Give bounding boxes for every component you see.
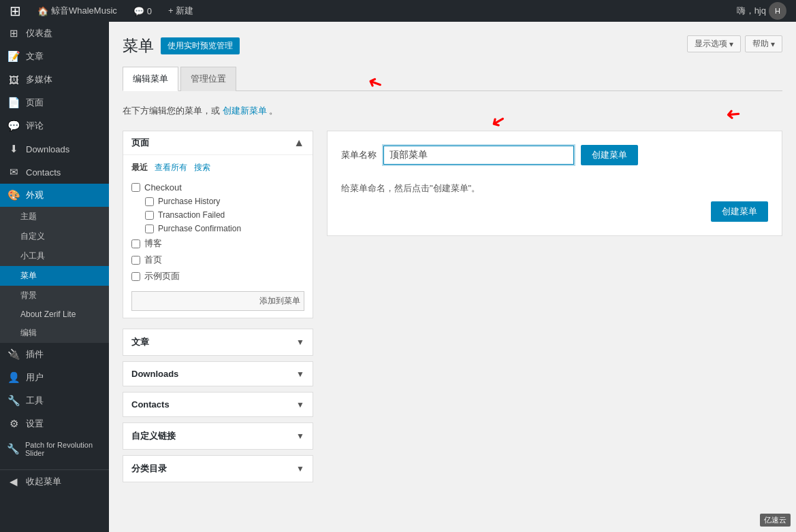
checkbox-blog[interactable] — [131, 239, 140, 248]
comments-icon: 💬 — [7, 120, 20, 132]
dashboard-icon: ⊞ — [7, 27, 20, 39]
sidebar-item-dashboard[interactable]: ⊞ 仪表盘 — [0, 22, 109, 45]
sidebar-item-widgets[interactable]: 小工具 — [0, 246, 109, 266]
custom-links-panel-arrow: ▼ — [296, 431, 304, 441]
sidebar-item-users[interactable]: 👤 用户 — [0, 366, 109, 389]
page-subitem-purchase-confirmation: Purchase Confirmation — [131, 222, 304, 235]
sidebar-item-background[interactable]: 背景 — [0, 286, 109, 305]
categories-panel-header[interactable]: 分类目录 ▼ — [123, 456, 313, 482]
sidebar-item-editor[interactable]: 编辑 — [0, 323, 109, 343]
create-menu-button-top[interactable]: 创建菜单 — [581, 145, 638, 165]
subtab-view-all[interactable]: 查看所有 — [155, 162, 187, 173]
media-icon: 🖼 — [7, 74, 20, 86]
subtab-search[interactable]: 搜索 — [194, 162, 210, 173]
display-options-button[interactable]: 显示选项 ▾ — [687, 35, 741, 52]
comments-link[interactable]: 💬 0 — [129, 0, 156, 22]
sidebar-item-pages[interactable]: 📄 页面 — [0, 91, 109, 114]
sidebar-item-comments[interactable]: 💬 评论 — [0, 114, 109, 137]
page-item-home: 首页 — [131, 252, 304, 268]
tab-edit-menu[interactable]: 编辑菜单 — [123, 67, 178, 91]
custom-links-panel: 自定义链接 ▼ — [123, 422, 313, 450]
sidebar-item-customize[interactable]: 自定义 — [0, 227, 109, 246]
menu-name-label: 菜单名称 — [341, 149, 377, 161]
sidebar-item-contacts[interactable]: ✉ Contacts — [0, 161, 109, 184]
background-label: 背景 — [20, 290, 37, 301]
checkbox-checkout[interactable] — [131, 183, 140, 192]
sidebar-item-downloads[interactable]: ⬇ Downloads — [0, 137, 109, 161]
page-header: 菜单 使用实时预览管理 ➜ — [123, 35, 782, 56]
tools-icon: 🔧 — [7, 395, 20, 407]
downloads-panel-title: Downloads — [131, 369, 178, 379]
sidebar-label-comments: 评论 — [26, 120, 44, 132]
sidebar-collapse[interactable]: ◀ 收起菜单 — [0, 469, 109, 493]
downloads-panel-arrow: ▼ — [296, 369, 304, 379]
sidebar-item-posts[interactable]: 📝 文章 — [0, 45, 109, 68]
categories-panel-title: 分类目录 — [131, 463, 167, 475]
sidebar-item-themes[interactable]: 主题 — [0, 207, 109, 227]
sidebar-item-menus[interactable]: 菜单 ➜ — [0, 266, 109, 286]
hint-text: 给菜单命名，然后点击"创建菜单"。 — [341, 176, 768, 201]
sidebar-label-plugins: 插件 — [26, 348, 44, 361]
downloads-icon: ⬇ — [7, 143, 20, 155]
posts-panel-header[interactable]: 文章 ▼ — [123, 329, 313, 355]
help-button[interactable]: 帮助 ▾ — [745, 35, 782, 52]
page-item-checkout: Checkout — [131, 180, 304, 195]
downloads-panel: Downloads ▼ — [123, 361, 313, 386]
create-new-link[interactable]: 创建新菜单 — [223, 105, 267, 116]
live-preview-button[interactable]: 使用实时预览管理 — [161, 37, 240, 54]
contacts-icon: ✉ — [7, 166, 20, 178]
subtab-recent[interactable]: 最近 — [131, 162, 148, 173]
sidebar: ⊞ 仪表盘 📝 文章 🖼 多媒体 📄 页面 💬 评论 ⬇ Downloads ✉… — [0, 22, 109, 532]
sidebar-item-appearance[interactable]: 🎨 外观 — [0, 184, 109, 207]
left-panel: 页面 ▲ 最近 查看所有 搜索 Ch — [123, 131, 313, 488]
page-item-sample: 示例页面 — [131, 268, 304, 284]
checkbox-home[interactable] — [131, 256, 140, 265]
revolution-icon: 🔧 — [7, 443, 20, 455]
page-item-purchase-history: Purchase History — [145, 195, 304, 208]
sidebar-label-pages: 页面 — [26, 97, 44, 109]
pages-panel-content: 最近 查看所有 搜索 Checkout — [123, 155, 313, 318]
checkbox-purchase-history[interactable] — [145, 197, 154, 206]
help-arrow: ▾ — [771, 39, 775, 49]
custom-links-panel-header[interactable]: 自定义链接 ▼ — [123, 423, 313, 449]
checkbox-purchase-confirmation[interactable] — [145, 225, 154, 233]
tab-manage-locations[interactable]: 管理位置 — [180, 67, 236, 91]
sidebar-item-revolution[interactable]: 🔧 Patch for Revolution Slider — [0, 435, 109, 463]
checkbox-transaction-failed[interactable] — [145, 211, 154, 220]
pages-panel-toggle[interactable]: ▲ — [293, 137, 304, 149]
contacts-panel-header[interactable]: Contacts ▼ — [123, 393, 313, 416]
new-label: + 新建 — [168, 5, 193, 17]
checkbox-sample[interactable] — [131, 272, 140, 281]
site-name: 鲸音WhaleMusic — [51, 5, 117, 17]
sidebar-item-tools[interactable]: 🔧 工具 — [0, 389, 109, 412]
user-greeting-text: 嗨，hjq — [737, 5, 766, 17]
collapse-label: 收起菜单 — [26, 476, 61, 488]
tab-edit-label: 编辑菜单 — [133, 73, 168, 84]
contacts-panel: Contacts ▼ — [123, 392, 313, 417]
appearance-icon: 🎨 — [7, 189, 20, 201]
sidebar-item-media[interactable]: 🖼 多媒体 — [0, 68, 109, 91]
user-greeting[interactable]: 嗨，hjq H — [733, 0, 791, 22]
wp-logo-link[interactable]: ⊞ — [5, 0, 25, 22]
page-subitem-purchase-history: Purchase History — [131, 195, 304, 208]
menu-name-input[interactable] — [383, 146, 574, 165]
add-to-menu-button[interactable]: 添加到菜单 — [131, 291, 304, 311]
downloads-panel-header[interactable]: Downloads ▼ — [123, 362, 313, 386]
customize-label: 自定义 — [20, 231, 45, 242]
info-text-end: 。 — [269, 105, 278, 116]
avatar: H — [769, 2, 786, 20]
create-menu-button-bottom[interactable]: 创建菜单 — [711, 201, 768, 222]
sidebar-item-settings[interactable]: ⚙ 设置 — [0, 412, 109, 435]
new-content-link[interactable]: + 新建 — [164, 0, 197, 22]
form-row-with-arrow: 菜单名称 创建菜单 ➜ ➜ — [341, 145, 768, 165]
label-purchase-history: Purchase History — [158, 197, 220, 206]
sidebar-label-media: 多媒体 — [26, 73, 52, 86]
admin-bar: ⊞ 🏠 鲸音WhaleMusic 💬 0 + 新建 嗨，hjq H — [0, 0, 796, 22]
contacts-panel-arrow: ▼ — [296, 400, 304, 410]
sidebar-item-plugins[interactable]: 🔌 插件 — [0, 343, 109, 366]
sidebar-item-zerif[interactable]: About Zerif Lite — [0, 305, 109, 323]
label-transaction-failed: Transaction Failed — [158, 210, 225, 220]
site-name-link[interactable]: 🏠 鲸音WhaleMusic — [33, 0, 121, 22]
plugins-icon: 🔌 — [7, 348, 20, 361]
right-panel: 菜单名称 创建菜单 ➜ ➜ 给菜单命名，然后点击"创建菜单"。 创建菜单 — [327, 131, 782, 488]
